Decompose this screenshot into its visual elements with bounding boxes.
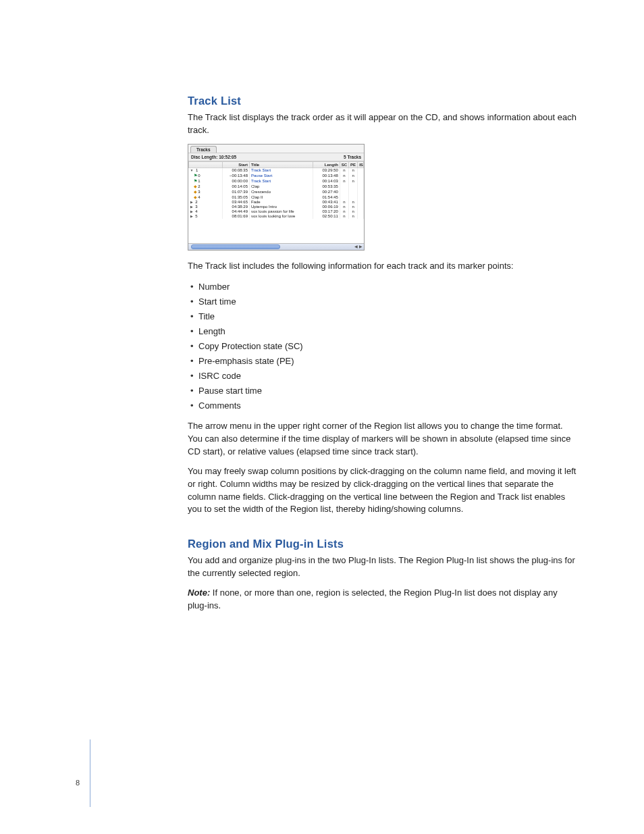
- table-row[interactable]: ◆ 301:07:39Crescendo00:27:40: [189, 189, 364, 194]
- table-row[interactable]: ◆ 200:14:05Clap00:53:35: [189, 184, 364, 189]
- tracklist-fields-list: NumberStart timeTitleLengthCopy Protecti…: [188, 280, 576, 414]
- margin-rule: [90, 739, 90, 807]
- list-item: Pause start time: [198, 384, 576, 398]
- list-item: ISRC code: [198, 369, 576, 384]
- horizontal-scrollbar[interactable]: ◀ ▶: [188, 243, 364, 250]
- list-item: Number: [198, 280, 576, 294]
- list-item: Title: [198, 309, 576, 324]
- table-row[interactable]: 404:44:49vox louis passion for life03:17…: [189, 209, 364, 214]
- tracks-tab[interactable]: Tracks: [190, 146, 217, 153]
- tracklist-swap-columns-para: You may freely swap column positions by …: [188, 465, 576, 516]
- tracks-info-bar: Disc Length: 10:52:05 5 Tracks: [188, 153, 364, 161]
- disc-length-label: Disc Length:: [191, 155, 217, 159]
- tracks-table[interactable]: Start Title Length SC PE IS 100:08:35Tra…: [188, 161, 364, 219]
- list-item: Length: [198, 324, 576, 339]
- region-note: Note: If none, or more than one, region …: [188, 587, 576, 613]
- col-pe[interactable]: PE: [349, 161, 358, 167]
- col-length[interactable]: Length: [313, 161, 340, 167]
- col-sc[interactable]: SC: [340, 161, 348, 167]
- tracklist-arrow-menu-para: The arrow menu in the upper right corner…: [188, 420, 576, 459]
- disc-length-value: 10:52:05: [219, 155, 236, 159]
- region-intro: You add and organize plug-ins in the two…: [188, 554, 576, 580]
- col-start[interactable]: Start: [223, 161, 250, 167]
- col-isrc[interactable]: IS: [358, 161, 364, 167]
- table-row[interactable]: 203:44:65Fade00:43:41nn: [189, 200, 364, 205]
- tracklist-includes: The Track list includes the following in…: [188, 260, 576, 273]
- heading-track-list: Track List: [188, 95, 576, 107]
- track-count: 5 Tracks: [344, 155, 361, 159]
- table-row[interactable]: ◆ 401:35:05Clap II01:54:45: [189, 194, 364, 200]
- scrollbar-buttons[interactable]: ◀ ▶: [354, 244, 363, 249]
- tracklist-intro: The Track list displays the track order …: [188, 111, 576, 137]
- list-item: Start time: [198, 294, 576, 309]
- list-item: Pre-emphasis state (PE): [198, 354, 576, 369]
- table-row[interactable]: ⚑ 0−00:13:48Pause Start00:13:48nn: [189, 173, 364, 178]
- table-header-row[interactable]: Start Title Length SC PE IS: [189, 161, 364, 167]
- table-row[interactable]: 304:38:29Uptempo Intro00:06:19nn: [189, 205, 364, 209]
- scrollbar-thumb[interactable]: [191, 244, 280, 249]
- tracks-panel-screenshot: Tracks Disc Length: 10:52:05 5 Tracks St…: [188, 144, 365, 251]
- col-title[interactable]: Title: [249, 161, 313, 167]
- table-row[interactable]: ⚑ 100:00:00Track Start00:14:03nn: [189, 178, 364, 184]
- col-number[interactable]: [189, 161, 223, 167]
- note-body: If none, or more than one, region is sel…: [188, 588, 558, 610]
- heading-region-mix: Region and Mix Plug-in Lists: [188, 538, 576, 550]
- note-label: Note:: [188, 588, 210, 598]
- list-item: Comments: [198, 398, 576, 413]
- table-row[interactable]: 508:01:69vox louis looking for love02:50…: [189, 214, 364, 219]
- page-number: 8: [76, 779, 80, 787]
- table-row[interactable]: 100:08:35Track Start03:29:50nn: [189, 167, 364, 173]
- list-item: Copy Protection state (SC): [198, 339, 576, 354]
